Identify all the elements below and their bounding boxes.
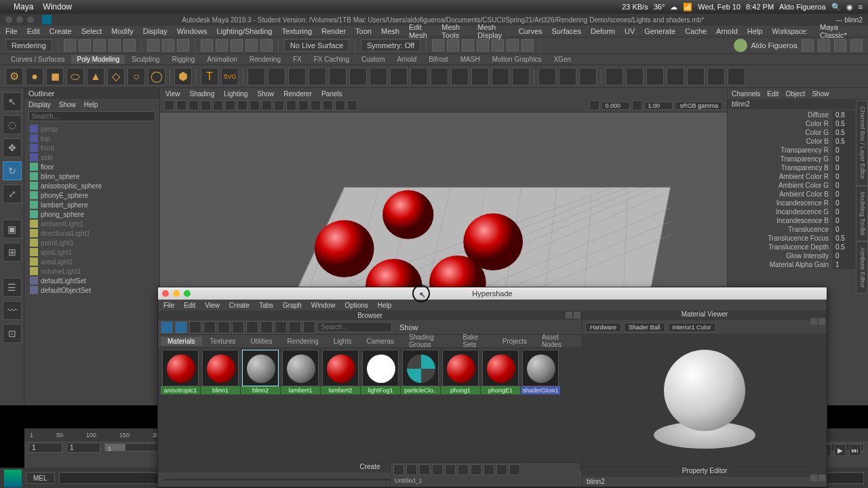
browser-filter-icon[interactable] <box>289 321 301 333</box>
menu-mesh-tools[interactable]: Mesh Tools <box>441 23 468 39</box>
graph-in-icon[interactable] <box>393 464 404 475</box>
outliner-item-floor[interactable]: floor <box>27 162 157 171</box>
lasso-icon[interactable] <box>162 39 174 52</box>
gear-icon[interactable]: ⚙ <box>5 68 23 85</box>
browser-show-button[interactable]: Show <box>399 323 418 331</box>
vp-gamma-icon[interactable] <box>632 100 642 110</box>
light-editor-icon[interactable] <box>507 39 519 52</box>
cb-menu-edit[interactable]: Edit <box>767 90 778 98</box>
modeling-toolkit-icon[interactable] <box>802 39 814 52</box>
graph-remove-icon[interactable] <box>445 464 456 475</box>
quad-draw-icon[interactable] <box>559 68 576 85</box>
matview-close-icon[interactable] <box>818 318 825 325</box>
target-weld-icon[interactable] <box>451 68 469 85</box>
menu-arnold[interactable]: Arnold <box>716 27 738 35</box>
poly-disc-icon[interactable]: ◯ <box>148 68 165 85</box>
bool-union-icon[interactable] <box>606 68 623 85</box>
graph-layout1-icon[interactable] <box>471 464 481 475</box>
snap-plane-icon[interactable] <box>245 39 258 52</box>
shelf-tab-fxcaching[interactable]: FX Caching <box>309 55 355 64</box>
matview-env-dropdown[interactable]: Interior1 Color <box>668 323 716 332</box>
menu-lighting-shading[interactable]: Lighting/Shading <box>216 27 272 35</box>
mac-date[interactable]: Wed, Feb 10 <box>698 3 741 11</box>
pause-render-icon[interactable] <box>521 39 534 52</box>
step-fwd-icon[interactable]: ▶ <box>834 444 846 456</box>
outliner-item-anisotrophic_sphere[interactable]: anisotrophic_sphere <box>27 181 157 190</box>
bridge-icon[interactable] <box>349 68 367 85</box>
mac-app-name[interactable]: Maya <box>14 2 33 12</box>
tab-utilities[interactable]: Utilities <box>243 337 279 346</box>
vp-xray-icon[interactable] <box>335 100 345 110</box>
sculpt-icon[interactable] <box>538 68 556 85</box>
graph-tab-untitled[interactable]: Untitled_1 <box>391 476 580 485</box>
menu-mesh[interactable]: Mesh <box>381 27 399 35</box>
tl-playback-start[interactable] <box>66 443 100 453</box>
mac-user[interactable]: Aldo Figueroa <box>779 3 826 11</box>
crease-icon[interactable] <box>579 68 597 85</box>
browser-sort2-icon[interactable] <box>260 321 273 333</box>
menu-edit[interactable]: Edit <box>27 27 40 35</box>
shelf-tab-curves[interactable]: Curves / Surfaces <box>5 55 70 64</box>
shelf-tab-rendering[interactable]: Rendering <box>244 55 286 64</box>
material-swatch-phong1[interactable]: phong1 <box>441 350 480 394</box>
outliner-item-volumeLight1[interactable]: volumeLight1 <box>27 266 157 276</box>
outliner-menu-help[interactable]: Help <box>84 101 98 108</box>
browser-small-icon[interactable] <box>203 321 216 333</box>
outliner-toggle-icon[interactable]: ☰ <box>3 278 22 297</box>
outliner-item-spotLight1[interactable]: spotLight1 <box>27 247 157 257</box>
menu-cache[interactable]: Cache <box>685 27 707 35</box>
bevel-icon[interactable] <box>390 68 408 85</box>
snap-live-icon[interactable] <box>260 39 273 52</box>
graph-clear-icon[interactable] <box>458 464 469 475</box>
vp-menu-shading[interactable]: Shading <box>190 90 215 98</box>
select-mode-icon[interactable] <box>147 39 159 52</box>
tab-channel-box[interactable]: Channel Box / Layer Editor <box>856 100 868 186</box>
poly-sphere-icon[interactable]: ● <box>26 68 43 85</box>
shelf-tab-bifrost[interactable]: Bifrost <box>423 55 453 64</box>
xray-icon[interactable] <box>834 39 846 52</box>
create-poly-icon[interactable] <box>268 68 285 85</box>
vp-camera-select-icon[interactable] <box>164 100 174 110</box>
browser-med-icon[interactable] <box>218 321 230 333</box>
open-scene-icon[interactable] <box>79 39 91 52</box>
menu-texturing[interactable]: Texturing <box>281 27 312 35</box>
symmetry-dropdown[interactable]: Symmetry: Off <box>361 39 420 52</box>
menu-create[interactable]: Create <box>50 27 72 35</box>
outliner-search-input[interactable] <box>28 111 155 121</box>
outliner-item-top[interactable]: top <box>27 134 157 143</box>
graph-add-icon[interactable] <box>432 464 443 475</box>
outliner-item-phong_sphere[interactable]: phong_sphere <box>27 209 157 219</box>
poly-cube-icon[interactable]: ◼ <box>46 68 64 85</box>
outliner-menu-display[interactable]: Display <box>28 101 51 108</box>
poly-torus-icon[interactable]: ○ <box>127 68 145 85</box>
poly-plane-icon[interactable]: ◇ <box>107 68 125 85</box>
bool-intersect-icon[interactable] <box>646 68 664 85</box>
soft-select-icon[interactable] <box>248 68 265 85</box>
poly-type-icon[interactable]: T <box>201 68 218 85</box>
merge-icon[interactable] <box>471 68 489 85</box>
platonic-icon[interactable]: ⬢ <box>174 68 192 85</box>
matview-shape-dropdown[interactable]: Shader Ball <box>624 323 665 332</box>
outliner-item-persp[interactable]: persp <box>27 124 157 134</box>
browser-sort-icon[interactable] <box>189 321 201 333</box>
user-avatar-icon[interactable] <box>734 39 747 52</box>
insert-edge-icon[interactable] <box>410 68 428 85</box>
menu-edit-mesh[interactable]: Edit Mesh <box>409 23 432 39</box>
menu-deform[interactable]: Deform <box>591 27 615 35</box>
menuset-dropdown[interactable]: Rendering <box>5 39 52 52</box>
browser-list-icon[interactable] <box>175 321 187 333</box>
graph-out-icon[interactable] <box>406 464 417 475</box>
shelf-tab-sculpting[interactable]: Sculpting <box>126 55 165 64</box>
hs-menu-tabs[interactable]: Tabs <box>259 302 273 309</box>
vp-menu-view[interactable]: View <box>165 90 180 98</box>
material-swatch-lightFog1[interactable]: lightFog1 <box>361 350 400 394</box>
vp-exposure-value[interactable]: 0.000 <box>601 102 630 110</box>
prop-close-icon[interactable] <box>818 474 825 481</box>
hs-close-icon[interactable] <box>162 290 169 297</box>
vp-grid-icon[interactable] <box>213 100 223 110</box>
menu-modify[interactable]: Modify <box>111 27 133 35</box>
search-icon[interactable]: 🔍 <box>831 3 841 12</box>
cleanup-icon[interactable] <box>728 68 745 85</box>
shelf-tab-arnold[interactable]: Arnold <box>391 55 422 64</box>
outliner-item-areaLight1[interactable]: areaLight1 <box>27 257 157 266</box>
